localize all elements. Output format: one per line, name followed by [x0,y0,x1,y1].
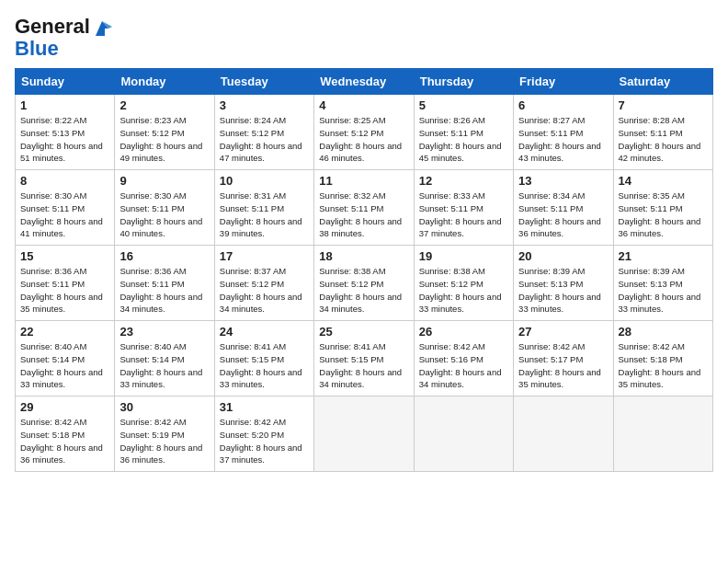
cell-info: Sunrise: 8:42 AMSunset: 5:19 PMDaylight:… [119,416,209,466]
logo: General Blue [15,15,112,61]
day-number: 14 [619,174,708,188]
calendar-cell: 21Sunrise: 8:39 AMSunset: 5:13 PMDayligh… [613,246,712,321]
cell-info: Sunrise: 8:41 AMSunset: 5:15 PMDaylight:… [319,340,408,391]
calendar-cell: 4Sunrise: 8:25 AMSunset: 5:12 PMDaylight… [314,95,414,170]
calendar-cell: 18Sunrise: 8:38 AMSunset: 5:12 PMDayligh… [314,246,414,321]
cell-info: Sunrise: 8:32 AMSunset: 5:11 PMDaylight:… [319,190,408,240]
cell-info: Sunrise: 8:42 AMSunset: 5:17 PMDaylight:… [518,340,608,391]
calendar-cell: 3Sunrise: 8:24 AMSunset: 5:12 PMDaylight… [214,95,313,170]
calendar-cell: 29Sunrise: 8:42 AMSunset: 5:18 PMDayligh… [16,396,115,472]
cell-info: Sunrise: 8:33 AMSunset: 5:11 PMDaylight:… [419,190,508,240]
day-number: 24 [220,325,309,339]
day-number: 7 [619,98,708,112]
day-number: 18 [319,249,408,263]
cell-info: Sunrise: 8:40 AMSunset: 5:14 PMDaylight:… [20,340,109,391]
cell-info: Sunrise: 8:42 AMSunset: 5:18 PMDaylight:… [619,340,708,391]
day-number: 3 [220,98,309,112]
day-number: 15 [20,249,109,263]
cell-info: Sunrise: 8:23 AMSunset: 5:12 PMDaylight:… [119,114,209,165]
day-header-saturday: Saturday [613,69,712,95]
week-row-5: 29Sunrise: 8:42 AMSunset: 5:18 PMDayligh… [16,396,713,472]
calendar-cell [613,396,712,472]
logo-bird-icon [92,19,112,36]
week-row-3: 15Sunrise: 8:36 AMSunset: 5:11 PMDayligh… [16,246,713,321]
day-header-tuesday: Tuesday [214,69,313,95]
calendar-cell: 26Sunrise: 8:42 AMSunset: 5:16 PMDayligh… [414,321,513,396]
day-number: 27 [518,325,608,339]
cell-info: Sunrise: 8:40 AMSunset: 5:14 PMDaylight:… [119,340,209,391]
day-header-monday: Monday [115,69,214,95]
day-number: 22 [20,325,109,339]
calendar-cell: 24Sunrise: 8:41 AMSunset: 5:15 PMDayligh… [214,321,313,396]
week-row-2: 8Sunrise: 8:30 AMSunset: 5:11 PMDaylight… [16,170,713,246]
day-number: 2 [119,98,209,112]
cell-info: Sunrise: 8:39 AMSunset: 5:13 PMDaylight:… [619,265,708,316]
calendar-cell: 25Sunrise: 8:41 AMSunset: 5:15 PMDayligh… [314,321,414,396]
day-number: 28 [619,325,708,339]
calendar-table: SundayMondayTuesdayWednesdayThursdayFrid… [15,68,713,472]
calendar-cell: 23Sunrise: 8:40 AMSunset: 5:14 PMDayligh… [115,321,214,396]
cell-info: Sunrise: 8:36 AMSunset: 5:11 PMDaylight:… [119,265,209,316]
cell-info: Sunrise: 8:28 AMSunset: 5:11 PMDaylight:… [619,114,708,165]
week-row-4: 22Sunrise: 8:40 AMSunset: 5:14 PMDayligh… [16,321,713,396]
cell-info: Sunrise: 8:38 AMSunset: 5:12 PMDaylight:… [319,265,408,316]
day-number: 17 [220,249,309,263]
calendar-cell: 5Sunrise: 8:26 AMSunset: 5:11 PMDaylight… [414,95,513,170]
day-number: 26 [419,325,508,339]
calendar-cell: 27Sunrise: 8:42 AMSunset: 5:17 PMDayligh… [514,321,613,396]
day-number: 4 [319,98,408,112]
calendar-cell: 11Sunrise: 8:32 AMSunset: 5:11 PMDayligh… [314,170,414,246]
day-number: 6 [518,98,608,112]
day-number: 9 [119,174,209,188]
calendar-cell: 28Sunrise: 8:42 AMSunset: 5:18 PMDayligh… [613,321,712,396]
calendar-cell: 19Sunrise: 8:38 AMSunset: 5:12 PMDayligh… [414,246,513,321]
cell-info: Sunrise: 8:34 AMSunset: 5:11 PMDaylight:… [518,190,608,240]
calendar-cell: 13Sunrise: 8:34 AMSunset: 5:11 PMDayligh… [514,170,613,246]
cell-info: Sunrise: 8:37 AMSunset: 5:12 PMDaylight:… [220,265,309,316]
calendar-cell [414,396,513,472]
calendar-cell: 10Sunrise: 8:31 AMSunset: 5:11 PMDayligh… [214,170,313,246]
cell-info: Sunrise: 8:30 AMSunset: 5:11 PMDaylight:… [20,190,109,240]
day-number: 23 [119,325,209,339]
calendar-cell [314,396,414,472]
calendar-cell: 17Sunrise: 8:37 AMSunset: 5:12 PMDayligh… [214,246,313,321]
cell-info: Sunrise: 8:26 AMSunset: 5:11 PMDaylight:… [419,114,508,165]
logo-blue: Blue [15,37,59,60]
cell-info: Sunrise: 8:42 AMSunset: 5:20 PMDaylight:… [220,416,309,466]
calendar-cell: 14Sunrise: 8:35 AMSunset: 5:11 PMDayligh… [613,170,712,246]
calendar-cell: 2Sunrise: 8:23 AMSunset: 5:12 PMDaylight… [115,95,214,170]
calendar-cell: 20Sunrise: 8:39 AMSunset: 5:13 PMDayligh… [514,246,613,321]
day-header-friday: Friday [514,69,613,95]
calendar-cell: 15Sunrise: 8:36 AMSunset: 5:11 PMDayligh… [16,246,115,321]
calendar-cell: 31Sunrise: 8:42 AMSunset: 5:20 PMDayligh… [214,396,313,472]
week-row-1: 1Sunrise: 8:22 AMSunset: 5:13 PMDaylight… [16,95,713,170]
calendar-cell: 7Sunrise: 8:28 AMSunset: 5:11 PMDaylight… [613,95,712,170]
day-number: 30 [119,400,209,414]
logo-general: General [15,15,90,39]
day-number: 11 [319,174,408,188]
cell-info: Sunrise: 8:25 AMSunset: 5:12 PMDaylight:… [319,114,408,165]
cell-info: Sunrise: 8:31 AMSunset: 5:11 PMDaylight:… [220,190,309,240]
day-number: 5 [419,98,508,112]
cell-info: Sunrise: 8:38 AMSunset: 5:12 PMDaylight:… [419,265,508,316]
cell-info: Sunrise: 8:30 AMSunset: 5:11 PMDaylight:… [119,190,209,240]
cell-info: Sunrise: 8:24 AMSunset: 5:12 PMDaylight:… [220,114,309,165]
day-number: 12 [419,174,508,188]
cell-info: Sunrise: 8:39 AMSunset: 5:13 PMDaylight:… [518,265,608,316]
calendar-cell: 16Sunrise: 8:36 AMSunset: 5:11 PMDayligh… [115,246,214,321]
calendar-cell: 9Sunrise: 8:30 AMSunset: 5:11 PMDaylight… [115,170,214,246]
day-number: 8 [20,174,109,188]
day-number: 29 [20,400,109,414]
cell-info: Sunrise: 8:27 AMSunset: 5:11 PMDaylight:… [518,114,608,165]
day-number: 31 [220,400,309,414]
cell-info: Sunrise: 8:42 AMSunset: 5:18 PMDaylight:… [20,416,109,466]
cell-info: Sunrise: 8:35 AMSunset: 5:11 PMDaylight:… [619,190,708,240]
cell-info: Sunrise: 8:36 AMSunset: 5:11 PMDaylight:… [20,265,109,316]
calendar-cell [514,396,613,472]
page-header: General Blue [15,15,713,61]
day-number: 19 [419,249,508,263]
cell-info: Sunrise: 8:22 AMSunset: 5:13 PMDaylight:… [20,114,109,165]
cell-info: Sunrise: 8:42 AMSunset: 5:16 PMDaylight:… [419,340,508,391]
day-number: 13 [518,174,608,188]
day-number: 25 [319,325,408,339]
